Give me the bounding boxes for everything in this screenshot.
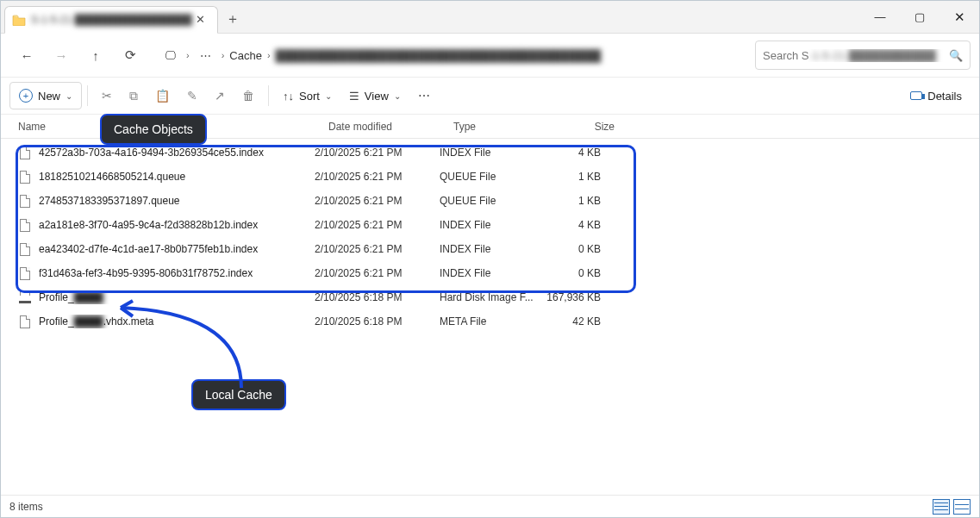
titlebar: S-1-5-21-████████████████ ✕ ＋ ― ▢ ✕ bbox=[1, 1, 979, 34]
file-size: 1 KB bbox=[543, 195, 608, 207]
file-icon bbox=[18, 146, 32, 159]
active-tab[interactable]: S-1-5-21-████████████████ ✕ bbox=[4, 6, 218, 34]
search-icon[interactable]: 🔍 bbox=[949, 49, 963, 62]
column-header-name[interactable]: Name bbox=[18, 121, 328, 133]
chevron-down-icon: ⌄ bbox=[325, 91, 332, 101]
file-date: 2/10/2025 6:18 PM bbox=[315, 291, 440, 303]
view-button[interactable]: ☰ View ⌄ bbox=[340, 82, 409, 109]
item-count: 8 items bbox=[9, 501, 43, 513]
column-header-date[interactable]: Date modified bbox=[328, 121, 453, 133]
delete-button[interactable]: 🗑 bbox=[234, 82, 263, 109]
file-name: Profile_████ bbox=[18, 290, 315, 304]
ellipsis-icon[interactable]: ⋯ bbox=[200, 49, 211, 62]
up-button[interactable]: ↑ bbox=[78, 40, 113, 71]
rename-button[interactable]: ✎ bbox=[178, 82, 206, 109]
file-icon bbox=[18, 315, 32, 328]
file-date: 2/10/2025 6:21 PM bbox=[315, 147, 440, 159]
view-icon: ☰ bbox=[349, 90, 359, 103]
file-list: 42572a3b-703a-4a16-9494-3b269354ce55.ind… bbox=[1, 139, 979, 334]
file-icon bbox=[18, 194, 32, 208]
breadcrumb[interactable]: 🖵 › ⋯ › Cache › ████████████████████████… bbox=[154, 41, 748, 70]
command-bar: + New ⌄ ✂ ⧉ 📋 ✎ ↗ 🗑 ↑↓ Sort ⌄ ☰ View ⌄ ⋯… bbox=[1, 77, 979, 115]
file-type: Hard Disk Image F... bbox=[440, 291, 543, 303]
file-size: 0 KB bbox=[543, 243, 608, 255]
details-pane-icon bbox=[910, 91, 922, 100]
file-row[interactable]: Profile_████.vhdx.meta2/10/2025 6:18 PMM… bbox=[8, 309, 979, 334]
monitor-icon: 🖵 bbox=[165, 49, 176, 62]
file-name: Profile_████.vhdx.meta bbox=[18, 315, 315, 328]
file-row[interactable]: 2748537183395371897.queue2/10/2025 6:21 … bbox=[8, 189, 979, 213]
file-name: 18182510214668505214.queue bbox=[18, 170, 315, 184]
more-button[interactable]: ⋯ bbox=[409, 82, 440, 109]
file-type: INDEX File bbox=[440, 267, 543, 279]
navigation-bar: ← → ↑ ⟳ 🖵 › ⋯ › Cache › ████████████████… bbox=[1, 34, 979, 77]
back-button[interactable]: ← bbox=[9, 40, 44, 71]
explorer-window: S-1-5-21-████████████████ ✕ ＋ ― ▢ ✕ ← → … bbox=[0, 0, 980, 518]
refresh-button[interactable]: ⟳ bbox=[113, 40, 147, 71]
new-tab-button[interactable]: ＋ bbox=[218, 6, 247, 34]
file-row[interactable]: Profile_████2/10/2025 6:18 PMHard Disk I… bbox=[8, 285, 979, 309]
share-icon: ↗ bbox=[215, 89, 225, 103]
search-placeholder: Search S-1-5-21-███████████ bbox=[763, 49, 944, 62]
forward-button[interactable]: → bbox=[44, 40, 78, 71]
file-name: 2748537183395371897.queue bbox=[18, 194, 315, 208]
rename-icon: ✎ bbox=[187, 89, 197, 103]
file-icon bbox=[18, 170, 32, 184]
paste-icon: 📋 bbox=[155, 89, 170, 103]
file-type: QUEUE File bbox=[440, 171, 543, 183]
chevron-down-icon: ⌄ bbox=[394, 91, 401, 101]
file-name: ea423402-d7fe-4c1d-ae17-8b0b775feb1b.ind… bbox=[18, 242, 315, 256]
chevron-right-icon: › bbox=[267, 50, 271, 60]
maximize-button[interactable]: ▢ bbox=[900, 1, 939, 34]
paste-button[interactable]: 📋 bbox=[147, 82, 178, 109]
file-name: a2a181e8-3f70-4a95-9c4a-f2d38828b12b.ind… bbox=[18, 218, 315, 232]
sort-button[interactable]: ↑↓ Sort ⌄ bbox=[274, 82, 340, 109]
file-date: 2/10/2025 6:21 PM bbox=[315, 243, 440, 255]
chevron-right-icon: › bbox=[222, 50, 225, 60]
new-button[interactable]: + New ⌄ bbox=[9, 82, 82, 109]
disk-icon bbox=[18, 290, 32, 304]
file-date: 2/10/2025 6:21 PM bbox=[315, 195, 440, 207]
trash-icon: 🗑 bbox=[242, 89, 254, 103]
file-row[interactable]: 42572a3b-703a-4a16-9494-3b269354ce55.ind… bbox=[8, 140, 979, 165]
column-header-size[interactable]: Size bbox=[557, 121, 621, 133]
share-button[interactable]: ↗ bbox=[206, 82, 234, 109]
cut-button[interactable]: ✂ bbox=[93, 82, 121, 109]
file-size: 1 KB bbox=[543, 171, 608, 183]
file-name: f31d463a-fef3-4b95-9395-806b31f78752.ind… bbox=[18, 266, 315, 280]
file-date: 2/10/2025 6:18 PM bbox=[315, 315, 440, 328]
folder-icon bbox=[12, 14, 26, 26]
details-view-icon[interactable] bbox=[933, 499, 950, 515]
file-type: QUEUE File bbox=[440, 195, 543, 207]
file-row[interactable]: 18182510214668505214.queue2/10/2025 6:21… bbox=[8, 165, 979, 189]
file-type: INDEX File bbox=[440, 243, 543, 255]
thumbnails-view-icon[interactable] bbox=[953, 499, 971, 515]
breadcrumb-segment[interactable]: Cache bbox=[229, 49, 262, 62]
file-type: INDEX File bbox=[440, 147, 543, 159]
close-button[interactable]: ✕ bbox=[939, 1, 979, 34]
file-row[interactable]: ea423402-d7fe-4c1d-ae17-8b0b775feb1b.ind… bbox=[8, 237, 979, 261]
breadcrumb-segment-redacted[interactable]: ████████████████████████████████████████… bbox=[276, 49, 602, 62]
divider bbox=[87, 85, 88, 106]
details-pane-button[interactable]: Details bbox=[902, 82, 971, 109]
divider bbox=[268, 85, 269, 106]
copy-icon: ⧉ bbox=[129, 89, 138, 103]
search-input[interactable]: Search S-1-5-21-███████████ 🔍 bbox=[755, 41, 971, 70]
tab-close-icon[interactable]: ✕ bbox=[192, 13, 209, 26]
column-header-type[interactable]: Type bbox=[453, 121, 557, 133]
minimize-button[interactable]: ― bbox=[860, 1, 900, 34]
file-row[interactable]: f31d463a-fef3-4b95-9395-806b31f78752.ind… bbox=[8, 261, 979, 285]
file-size: 4 KB bbox=[543, 219, 608, 231]
file-date: 2/10/2025 6:21 PM bbox=[315, 219, 440, 231]
file-row[interactable]: a2a181e8-3f70-4a95-9c4a-f2d38828b12b.ind… bbox=[8, 213, 979, 237]
copy-button[interactable]: ⧉ bbox=[121, 82, 147, 109]
cut-icon: ✂ bbox=[102, 89, 112, 103]
chevron-down-icon: ⌄ bbox=[66, 91, 72, 101]
sort-icon: ↑↓ bbox=[283, 90, 294, 103]
file-size: 167,936 KB bbox=[543, 291, 608, 303]
view-mode-switch bbox=[929, 499, 971, 515]
file-icon bbox=[18, 218, 32, 232]
file-icon bbox=[18, 242, 32, 256]
file-icon bbox=[18, 266, 32, 280]
window-controls: ― ▢ ✕ bbox=[860, 1, 979, 34]
